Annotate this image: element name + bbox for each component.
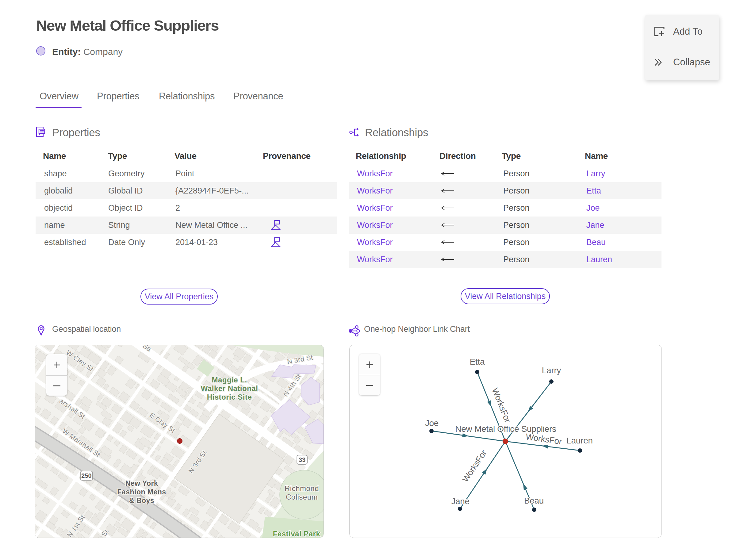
svg-text:Etta: Etta <box>470 357 485 366</box>
svg-text:Historic Site: Historic Site <box>207 393 252 401</box>
svg-text:Festival Park: Festival Park <box>273 530 320 538</box>
svg-text:New York: New York <box>125 479 158 487</box>
svg-text:& Boys: & Boys <box>129 497 154 504</box>
svg-text:Fashion Mens: Fashion Mens <box>117 488 166 496</box>
svg-text:Coliseum: Coliseum <box>286 493 318 501</box>
svg-text:Maggie L.: Maggie L. <box>212 376 247 384</box>
svg-text:New Metal Office Suppliers: New Metal Office Suppliers <box>455 424 556 434</box>
svg-text:Beau: Beau <box>524 496 544 505</box>
svg-text:33: 33 <box>299 456 305 463</box>
svg-text:Richmond: Richmond <box>285 484 319 493</box>
svg-text:WorksFor: WorksFor <box>460 448 489 484</box>
svg-text:Walker National: Walker National <box>201 384 258 393</box>
svg-text:Larry: Larry <box>542 366 561 375</box>
svg-text:250: 250 <box>81 472 91 479</box>
svg-text:Joe: Joe <box>425 418 439 428</box>
svg-text:Lauren: Lauren <box>566 436 592 445</box>
svg-text:WorksFor: WorksFor <box>490 387 512 424</box>
svg-text:Jane: Jane <box>451 497 470 506</box>
